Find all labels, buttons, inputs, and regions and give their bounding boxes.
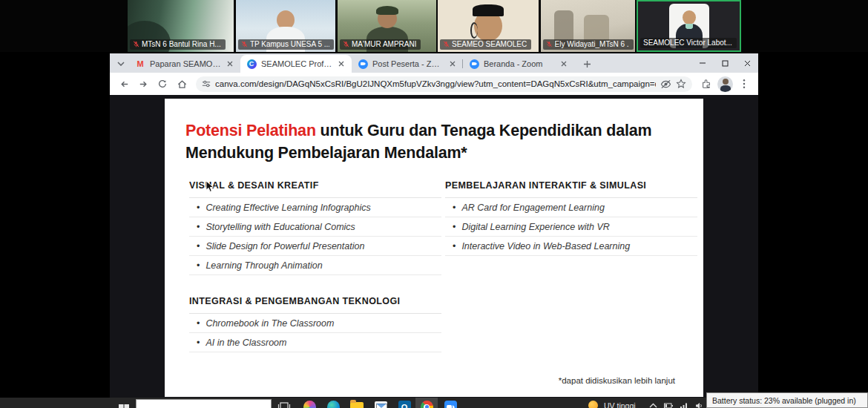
- zoom-favicon: [470, 59, 479, 69]
- tab-zoom-post-peserta[interactable]: Post Peserta - Zoom: [352, 55, 463, 73]
- muted-mic-icon: [443, 40, 450, 48]
- section-visual-desain: VISUAL & DESAIN KREATIF •Creating Effect…: [189, 180, 441, 275]
- zoom-app-icon[interactable]: [439, 398, 461, 408]
- chrome-app-icon-active[interactable]: [415, 398, 438, 408]
- section-integrasi-teknologi: INTEGRASI & PENGEMBANGAN TEKNOLOGI •Chro…: [189, 296, 441, 352]
- tab-search-chevron-icon[interactable]: [116, 59, 126, 69]
- section-heading: VISUAL & DESAIN KREATIF: [189, 180, 441, 198]
- tab-close-icon[interactable]: [226, 59, 234, 68]
- tab-title: SEAMOLEC Profile (idn): [261, 59, 332, 68]
- site-info-icon[interactable]: [202, 79, 211, 88]
- section-heading: INTEGRASI & PENGEMBANGAN TEKNOLOGI: [189, 296, 441, 314]
- participant-name-tag: SEAMEO SEAMOLEC: [440, 39, 531, 50]
- tab-zoom-beranda[interactable]: Beranda - Zoom: [463, 55, 574, 73]
- weather-uv-icon[interactable]: [588, 401, 598, 408]
- slide-left-column: VISUAL & DESAIN KREATIF •Creating Effect…: [189, 180, 441, 352]
- back-icon[interactable]: [116, 76, 132, 92]
- participant-name-tag: MTsN 6 Bantul Rina H...: [130, 39, 226, 50]
- muted-mic-icon: [133, 40, 139, 48]
- close-window-button[interactable]: [736, 53, 758, 73]
- browser-menu-kebab-icon[interactable]: [736, 76, 752, 92]
- bookmark-star-icon[interactable]: [676, 79, 686, 89]
- participant-name: SEAMOLEC Victor Labot...: [643, 39, 732, 47]
- participant-name: SEAMEO SEAMOLEC: [452, 40, 527, 48]
- participant-name-tag: TP Kampus UNESA 5 ...: [238, 39, 334, 50]
- outlook-app-icon[interactable]: O: [393, 398, 415, 408]
- section-pembelajaran-interaktif: PEMBELAJARAN INTERAKTIF & SIMULASI •AR C…: [445, 180, 697, 256]
- muted-mic-icon: [546, 40, 553, 48]
- maximize-button[interactable]: [714, 53, 736, 73]
- forward-icon[interactable]: [135, 76, 151, 92]
- participant-name: MA'MUR AMPRANI: [352, 40, 416, 48]
- slide-footnote: *dapat didiskusikan lebih lanjut: [559, 376, 675, 385]
- participant-tile-tp-unesa[interactable]: TP Kampus UNESA 5 ...: [236, 0, 335, 52]
- eye-hidden-icon[interactable]: [660, 79, 671, 89]
- presentation-slide: Potensi Pelatihan untuk Guru dan Tenaga …: [165, 99, 703, 397]
- system-tray: UV tinggi: [588, 401, 717, 408]
- participant-name-tag: Ely Widayati_MTsN 6 ...: [543, 39, 634, 50]
- list-item: •AI in the Classroom: [189, 333, 441, 352]
- tab-canva-active[interactable]: C SEAMOLEC Profile (idn): [240, 55, 352, 73]
- start-button[interactable]: [115, 401, 133, 408]
- list-item: •Interactive Video in Web-Based Learning: [445, 237, 697, 256]
- reload-icon[interactable]: [154, 76, 171, 92]
- browser-tabstrip: M Paparan SEAMOLEC Profile da C SEAMOLEC…: [110, 53, 758, 73]
- zoom-video-strip: MTsN 6 Bantul Rina H... TP Kampus UNESA …: [0, 0, 868, 52]
- new-tab-button[interactable]: [579, 56, 595, 72]
- photos-app-icon[interactable]: [298, 398, 320, 408]
- slide-title-highlight: Potensi Pelatihan: [185, 122, 316, 139]
- url-text: canva.com/design/DAGqN5xCsRI/BgU2IJNQXm5…: [215, 79, 656, 88]
- tab-title: Beranda - Zoom: [484, 59, 555, 68]
- list-item: •Chromebook in The Classroom: [189, 314, 441, 333]
- mouse-cursor: [206, 181, 215, 193]
- muted-mic-icon: [241, 40, 248, 48]
- section-heading: PEMBELAJARAN INTERAKTIF & SIMULASI: [445, 180, 697, 198]
- tab-gmail[interactable]: M Paparan SEAMOLEC Profile da: [129, 55, 240, 73]
- tab-close-icon[interactable]: [337, 59, 346, 68]
- slide-title: Potensi Pelatihan untuk Guru dan Tenaga …: [185, 119, 697, 164]
- edge-app-icon[interactable]: [322, 398, 344, 408]
- list-item: •Storytelling with Educational Comics: [189, 217, 441, 237]
- participant-tile-seameo-seamolec[interactable]: SEAMEO SEAMOLEC: [438, 0, 539, 52]
- participant-tile-ely-widayati[interactable]: Ely Widayati_MTsN 6 ...: [541, 0, 635, 52]
- profile-avatar[interactable]: [717, 76, 733, 92]
- speaker-icon[interactable]: [695, 402, 703, 408]
- taskbar-search-input[interactable]: Type here to search: [136, 399, 272, 408]
- home-icon[interactable]: [174, 76, 190, 92]
- list-item: •Digital Learning Experience with VR: [445, 217, 697, 237]
- gmail-favicon: M: [135, 59, 145, 69]
- participant-name-tag: SEAMOLEC Victor Labot...: [640, 38, 737, 48]
- network-icon[interactable]: [680, 402, 688, 408]
- muted-mic-icon: [343, 40, 349, 48]
- participant-name: MTsN 6 Bantul Rina H...: [142, 40, 221, 48]
- chevron-up-icon[interactable]: [649, 403, 657, 408]
- address-bar[interactable]: canva.com/design/DAGqN5xCsRI/BgU2IJNQXm5…: [196, 76, 692, 92]
- tab-close-icon[interactable]: [448, 59, 457, 68]
- zoom-favicon: [358, 59, 368, 69]
- list-item: •Creating Effective Learning Infographic…: [189, 198, 441, 217]
- task-view-icon[interactable]: [277, 401, 291, 408]
- tab-title: Paparan SEAMOLEC Profile da: [150, 59, 221, 68]
- minimize-button[interactable]: [691, 53, 714, 73]
- browser-toolbar: canva.com/design/DAGqN5xCsRI/BgU2IJNQXm5…: [110, 73, 758, 95]
- participant-name-tag: MA'MUR AMPRANI: [340, 39, 421, 50]
- browser-window: M Paparan SEAMOLEC Profile da C SEAMOLEC…: [110, 53, 758, 408]
- tab-close-icon[interactable]: [559, 59, 568, 68]
- list-item: •Slide Design for Powerful Presentation: [189, 237, 441, 256]
- slide-right-column: PEMBELAJARAN INTERAKTIF & SIMULASI •AR C…: [445, 180, 697, 256]
- participant-tile-victor-active-speaker[interactable]: SEAMOLEC Victor Labot...: [637, 0, 741, 52]
- battery-status-tooltip: Battery status: 23% available (plugged i…: [706, 392, 868, 408]
- window-controls: [691, 53, 758, 73]
- battery-icon[interactable]: [664, 402, 673, 408]
- participant-tile-mtsn6-rina[interactable]: MTsN 6 Bantul Rina H...: [128, 0, 234, 52]
- canva-viewer: Potensi Pelatihan untuk Guru dan Tenaga …: [110, 95, 758, 408]
- extensions-icon[interactable]: [698, 76, 714, 92]
- mail-app-icon[interactable]: [369, 398, 392, 408]
- tab-title: Post Peserta - Zoom: [372, 59, 444, 68]
- list-item: •Learning Through Animation: [189, 256, 441, 275]
- list-item: •AR Card for Engagement Learning: [445, 198, 697, 217]
- weather-widget-label[interactable]: UV tinggi: [604, 401, 636, 408]
- participant-tile-mamur[interactable]: MA'MUR AMPRANI: [338, 0, 436, 52]
- participant-name: Ely Widayati_MTsN 6 ...: [555, 40, 629, 48]
- file-explorer-icon[interactable]: [346, 398, 368, 408]
